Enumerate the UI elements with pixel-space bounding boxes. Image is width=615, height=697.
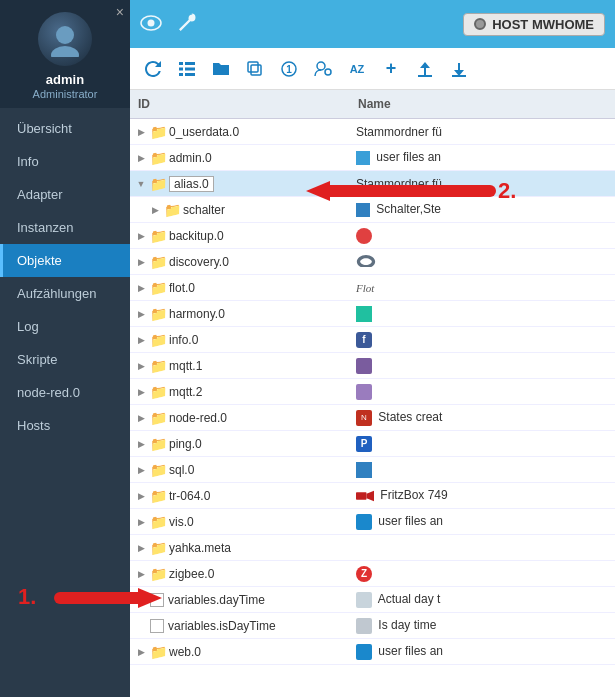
refresh-button[interactable] [138, 54, 168, 84]
table-row[interactable]: ▶ 📁 0_userdata.0 Stammordner fü [130, 119, 615, 145]
topbar: HOST MWHOME [130, 0, 615, 48]
svg-point-15 [325, 69, 331, 75]
cell-id: ▶ variables.dayTime [130, 591, 350, 609]
svg-rect-8 [179, 73, 183, 76]
expand-button[interactable]: ▼ [134, 177, 148, 191]
expand-button[interactable]: ▶ [148, 203, 162, 217]
sidebar-item-objekte[interactable]: Objekte [0, 244, 130, 277]
main-content: HOST MWHOME 1 AZ + ID [130, 0, 615, 697]
sidebar-item-instanzen[interactable]: Instanzen [0, 211, 130, 244]
eye-icon[interactable] [140, 13, 162, 36]
table-row[interactable]: ▶ variables.dayTime Actual day t [130, 587, 615, 613]
cell-name: N States creat [350, 408, 615, 428]
cell-name: user files an [350, 512, 615, 532]
expand-button[interactable]: ▶ [134, 463, 148, 477]
folder-button[interactable] [206, 54, 236, 84]
expand-button[interactable]: ▶ [134, 411, 148, 425]
cell-id: ▶ 📁 discovery.0 [130, 252, 350, 272]
table-row[interactable]: ▶ 📁 sql.0 [130, 457, 615, 483]
list-view-button[interactable] [172, 54, 202, 84]
upload-button[interactable] [410, 54, 440, 84]
table-row[interactable]: ▶ 📁 backitup.0 [130, 223, 615, 249]
expand-button[interactable]: ▶ [134, 567, 148, 581]
sidebar-item-adapter[interactable]: Adapter [0, 178, 130, 211]
col-name-header: Name [350, 95, 615, 113]
table-row[interactable]: ▶ 📁 harmony.0 [130, 301, 615, 327]
cell-id: ▶ 📁 ping.0 [130, 434, 350, 454]
table-row[interactable]: ▶ 📁 tr-064.0 FritzBox 749 [130, 483, 615, 509]
expand-button[interactable]: ▶ [134, 281, 148, 295]
expand-button[interactable]: ▶ [134, 489, 148, 503]
table-row[interactable]: ▶ variables.isDayTime Is day time [130, 613, 615, 639]
wrench-icon[interactable] [176, 12, 196, 37]
table-row[interactable]: ▶ 📁 flot.0 Flot [130, 275, 615, 301]
table-row[interactable]: ▶ 📁 schalter Schalter,Ste [130, 197, 615, 223]
expand-button[interactable]: ▶ [134, 307, 148, 321]
expand-button[interactable]: ▶ [134, 255, 148, 269]
expand-button[interactable]: ▶ [134, 359, 148, 373]
cell-name [350, 382, 615, 402]
table-row[interactable]: ▶ 📁 discovery.0 [130, 249, 615, 275]
table-row[interactable]: ▶ 📁 vis.0 user files an [130, 509, 615, 535]
table-row[interactable]: ▶ 📁 mqtt.1 [130, 353, 615, 379]
sidebar-item-noderedz[interactable]: node-red.0 [0, 376, 130, 409]
download-button[interactable] [444, 54, 474, 84]
objects-table[interactable]: ID Name ▶ 📁 0_userdata.0 Stammordner fü … [130, 90, 615, 697]
table-row[interactable]: ▶ 📁 ping.0 P [130, 431, 615, 457]
role-label: Administrator [33, 88, 98, 100]
table-row[interactable]: ▶ 📁 mqtt.2 [130, 379, 615, 405]
name-icon [356, 358, 372, 374]
folder-icon: 📁 [150, 176, 167, 192]
copy-button[interactable] [240, 54, 270, 84]
svg-rect-7 [185, 67, 195, 70]
svg-rect-17 [452, 75, 466, 77]
sidebar-item-ubersicht[interactable]: Übersicht [0, 112, 130, 145]
folder-icon: 📁 [164, 202, 181, 218]
table-row[interactable]: ▶ 📁 zigbee.0 Z [130, 561, 615, 587]
expand-button[interactable]: ▶ [134, 333, 148, 347]
table-row[interactable]: ▶ 📁 info.0 f [130, 327, 615, 353]
avatar [38, 12, 92, 66]
expand-button[interactable]: ▶ [134, 151, 148, 165]
col-id-header: ID [130, 95, 350, 113]
expand-button[interactable]: ▶ [134, 515, 148, 529]
expand-button[interactable]: ▶ [134, 385, 148, 399]
alias-id-text: alias.0 [169, 176, 214, 192]
user-config-button[interactable] [308, 54, 338, 84]
table-row[interactable]: ▶ 📁 yahka.meta [130, 535, 615, 561]
cell-name: Flot [350, 279, 615, 297]
folder-icon: 📁 [150, 566, 167, 582]
folder-icon: 📁 [150, 280, 167, 296]
expand-button[interactable]: ▶ [134, 541, 148, 555]
az-button[interactable]: AZ [342, 54, 372, 84]
expand-button[interactable]: ▶ [134, 229, 148, 243]
svg-rect-4 [179, 62, 183, 65]
name-icon [356, 228, 372, 244]
sidebar-item-info[interactable]: Info [0, 145, 130, 178]
sidebar-item-skripte[interactable]: Skripte [0, 343, 130, 376]
expand-button[interactable]: ▶ [134, 645, 148, 659]
svg-point-0 [56, 26, 74, 44]
name-icon [356, 618, 372, 634]
cell-name: Z [350, 564, 615, 584]
svg-rect-18 [356, 492, 367, 500]
sidebar-item-aufzahlungen[interactable]: Aufzählungen [0, 277, 130, 310]
table-row[interactable]: ▶ 📁 node-red.0 N States creat [130, 405, 615, 431]
add-button[interactable]: + [376, 54, 406, 84]
expand-button[interactable]: ▶ [134, 437, 148, 451]
svg-rect-11 [248, 62, 258, 72]
cell-id: ▶ 📁 info.0 [130, 330, 350, 350]
table-row[interactable]: ▶ 📁 web.0 user files an [130, 639, 615, 665]
expand-button[interactable]: ▶ [134, 125, 148, 139]
folder-icon: 📁 [150, 384, 167, 400]
table-row[interactable]: ▼ 📁 alias.0 Stammordner fü [130, 171, 615, 197]
sidebar-item-hosts[interactable]: Hosts [0, 409, 130, 442]
number-button[interactable]: 1 [274, 54, 304, 84]
cell-name: Is day time [350, 616, 615, 636]
table-row[interactable]: ▶ 📁 admin.0 user files an [130, 145, 615, 171]
svg-point-14 [317, 62, 325, 70]
cell-id: ▶ 📁 vis.0 [130, 512, 350, 532]
cell-id: ▶ 📁 mqtt.1 [130, 356, 350, 376]
close-button[interactable]: × [116, 4, 124, 20]
sidebar-item-log[interactable]: Log [0, 310, 130, 343]
